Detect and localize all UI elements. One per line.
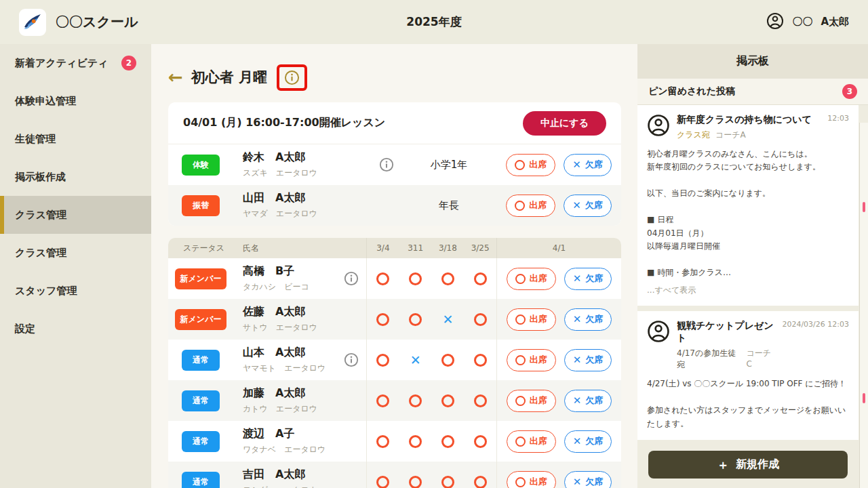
lesson-student-row: 振替 山田 A太郎 ヤマダ エータロウ 年長 出席 ✕欠席 [168, 185, 621, 226]
attendance-history [366, 462, 496, 488]
absent-button[interactable]: ✕欠席 [564, 154, 612, 176]
attend-button[interactable]: 出席 [507, 308, 556, 331]
attendance-mark [432, 354, 465, 367]
attendance-mark: ✕ [399, 352, 432, 367]
absent-label: 欠席 [585, 159, 603, 171]
student-kana: ヤマモト エータロウ [243, 363, 336, 374]
student-kana: カトウ エータロウ [243, 403, 336, 415]
circle-mark-icon [441, 272, 454, 285]
sidebar-item[interactable]: クラス管理 [0, 234, 151, 272]
back-arrow-icon[interactable]: ← [168, 68, 183, 86]
attend-button[interactable]: 出席 [507, 430, 556, 453]
board-post[interactable]: 新年度クラスの持ち物について クラス宛 コーチA 12:03 初心者月曜クラスの… [637, 105, 859, 306]
student-name-cell: 鈴木 A太郎 スズキ エータロウ [233, 150, 372, 179]
status-column-header: ステータス [168, 243, 233, 254]
attendance-mark [464, 435, 496, 448]
circle-mark-icon [515, 477, 526, 487]
status-badge: 新メンバー [175, 268, 227, 289]
student-name-cell: 加藤 A太郎 カトウ エータロウ [233, 386, 336, 415]
attendance-row: 新メンバー 佐藤 A太郎 サトウ エータロウ ✕ 出席 ✕欠席 [168, 299, 621, 340]
attend-label: 出席 [529, 159, 547, 171]
status-badge: 通常 [182, 472, 220, 488]
attend-button[interactable]: 出席 [506, 154, 555, 176]
sidebar-item[interactable]: 掲示板作成 [0, 158, 151, 196]
status-badge: 体験 [182, 155, 220, 176]
absent-label: 欠席 [585, 476, 603, 488]
attendance-history [366, 380, 496, 421]
sidebar-item[interactable]: 新着アクティビティ 2 [0, 44, 151, 82]
post-author-avatar-icon [647, 114, 670, 141]
attendance-mark [464, 476, 496, 488]
sidebar-item-badge: 2 [121, 56, 136, 70]
sidebar-item[interactable]: スタッフ管理 [0, 272, 151, 310]
absent-button[interactable]: ✕欠席 [564, 308, 612, 331]
sidebar-item[interactable]: 生徒管理 [0, 120, 151, 158]
circle-mark-icon [474, 394, 487, 407]
attend-label: 出席 [530, 435, 547, 447]
student-info-icon[interactable] [379, 157, 394, 172]
circle-mark-icon [474, 272, 487, 285]
attend-button[interactable]: 出席 [507, 268, 556, 290]
student-info-icon[interactable] [344, 271, 359, 286]
show-all-link[interactable]: ...すべて表示 [647, 285, 849, 296]
absent-button[interactable]: ✕欠席 [564, 195, 612, 217]
attend-button[interactable]: 出席 [506, 195, 555, 217]
student-name-cell: 渡辺 A子 ワタナベ エータロウ [233, 427, 336, 455]
post-coach: コーチC [747, 348, 776, 371]
student-name-cell: 佐藤 A太郎 サトウ エータロウ [233, 305, 336, 333]
circle-mark-icon [474, 435, 487, 448]
attendance-row: 通常 渡辺 A子 ワタナベ エータロウ 出席 ✕欠席 [168, 421, 621, 462]
user-menu[interactable]: 〇〇 A太郎 [766, 12, 849, 33]
sidebar-item[interactable]: クラス管理 [0, 196, 151, 234]
attend-button[interactable]: 出席 [507, 471, 556, 488]
board-post[interactable]: 観戦チケットプレゼント 4/17の参加生徒宛 コーチC 2024/03/26 1… [637, 311, 859, 440]
attendance-mark [432, 435, 465, 448]
absent-button[interactable]: ✕欠席 [564, 430, 612, 453]
cross-mark-icon: ✕ [573, 394, 582, 407]
absent-label: 欠席 [585, 272, 603, 285]
student-name: 加藤 A太郎 [243, 386, 336, 401]
student-info-icon[interactable] [344, 352, 359, 367]
absent-button[interactable]: ✕欠席 [564, 268, 612, 290]
attend-label: 出席 [530, 272, 547, 285]
absent-button[interactable]: ✕欠席 [564, 349, 612, 371]
sidebar-item-label: 新着アクティビティ [15, 57, 108, 70]
create-post-button[interactable]: ＋ 新規作成 [648, 451, 848, 479]
absent-button[interactable]: ✕欠席 [564, 390, 612, 412]
sidebar-item-label: スタッフ管理 [15, 285, 77, 298]
cross-mark-icon: ✕ [410, 352, 421, 367]
attend-label: 出席 [529, 199, 547, 211]
cross-mark-icon: ✕ [442, 312, 453, 327]
sidebar-item-label: 掲示板作成 [15, 171, 66, 184]
main-content: ← 初心者 月曜 04/01 (月) 16:00-17:00開催レッスン 中止に… [151, 44, 637, 488]
attendance-mark [432, 272, 465, 285]
status-badge: 振替 [182, 195, 220, 216]
attendance-mark [367, 313, 399, 326]
attendance-mark [464, 394, 496, 407]
student-name-cell: 高橋 B子 タカハシ ビーコ [233, 264, 336, 293]
pinned-posts-bar: ピン留めされた投稿 3 [637, 79, 868, 105]
circle-mark-icon [474, 476, 487, 488]
attend-button[interactable]: 出席 [507, 349, 556, 371]
sidebar-item[interactable]: 設定 [0, 310, 151, 348]
attendance-history [366, 421, 496, 462]
cross-mark-icon: ✕ [573, 354, 582, 366]
cross-mark-icon: ✕ [573, 435, 582, 447]
app-root: 〇〇スクール 2025年度 〇〇 A太郎 新着アクティビティ 2 体験申込管理 … [0, 0, 868, 488]
cancel-lesson-button[interactable]: 中止にする [523, 111, 606, 136]
sidebar-item-label: クラス管理 [15, 247, 66, 260]
circle-mark-icon [515, 355, 526, 365]
status-badge-cell: 通常 [168, 350, 233, 371]
attend-button[interactable]: 出席 [507, 390, 556, 412]
sidebar-item-label: クラス管理 [15, 209, 66, 222]
top-header: 〇〇スクール 2025年度 〇〇 A太郎 [0, 0, 868, 44]
post-timestamp: 2024/03/26 12:03 [782, 320, 849, 371]
sidebar-item[interactable]: 体験申込管理 [0, 82, 151, 120]
absent-button[interactable]: ✕欠席 [564, 471, 612, 488]
class-info-icon[interactable] [284, 70, 300, 85]
attendance-mark [464, 313, 496, 326]
status-badge: 通常 [182, 390, 220, 411]
board-scrollbar-track[interactable] [859, 123, 868, 488]
post-body: 4/27(土) vs 〇〇スクール 19:00 TIP OFF にご招待！ 参加… [647, 378, 849, 430]
status-badge-cell: 新メンバー [168, 268, 233, 289]
